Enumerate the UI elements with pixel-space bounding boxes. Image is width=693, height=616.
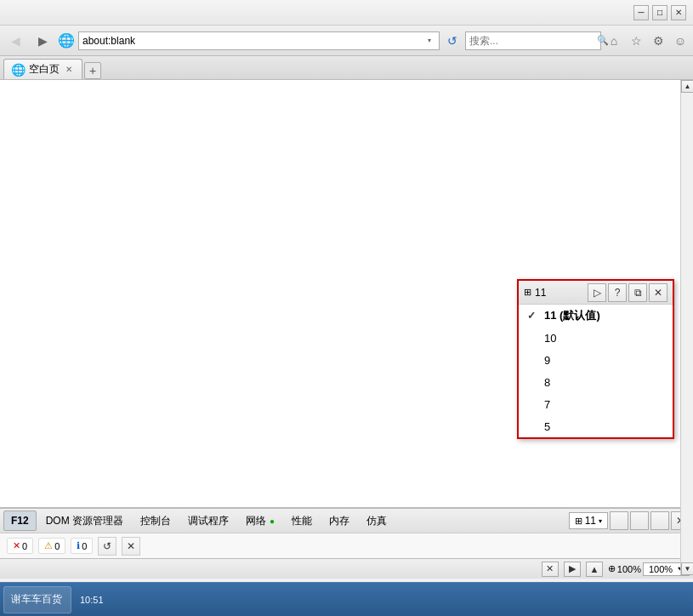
address-dropdown-icon[interactable]: ▾ — [423, 32, 435, 49]
font-size-dropdown: ⊞ 11 ▷ ? ⧉ ✕ ✓11 (默认值)109875 — [517, 279, 674, 439]
dropdown-item-0[interactable]: ✓11 (默认值) — [519, 305, 673, 327]
devtools-network-label: 网络 — [246, 514, 266, 528]
warning-count: 0 — [54, 541, 60, 551]
refresh-button[interactable]: ↺ — [443, 31, 462, 50]
network-dot-icon: ● — [270, 516, 275, 526]
devtools-f12-tab[interactable]: F12 — [3, 510, 37, 531]
devtools-dock-button[interactable] — [650, 511, 669, 530]
devtools-dom-tab[interactable]: DOM 资源管理器 — [38, 510, 131, 533]
bottom-play-button[interactable]: ▶ — [564, 562, 581, 577]
zoom-value: 100% — [617, 564, 641, 574]
settings-button[interactable]: ⚙ — [649, 31, 667, 50]
dropdown-item-label-0: 11 (默认值) — [544, 308, 600, 323]
ie-logo-icon: 🌐 — [58, 32, 75, 49]
dropdown-item-3[interactable]: 8 — [519, 371, 673, 393]
taskbar: 谢车车百货 10:51 — [0, 582, 693, 616]
devtools-performance-tab[interactable]: 性能 — [284, 510, 320, 533]
dropdown-item-check-0: ✓ — [527, 310, 539, 322]
address-input[interactable] — [82, 35, 422, 47]
dropdown-header: ⊞ 11 ▷ ? ⧉ ✕ — [519, 281, 673, 305]
favorites-button[interactable]: ☆ — [627, 31, 645, 50]
dropdown-item-4[interactable]: 7 — [519, 393, 673, 415]
dropdown-item-2[interactable]: 9 — [519, 349, 673, 371]
dropdown-item-label-2: 9 — [544, 354, 550, 367]
console-clear-button[interactable]: ✕ — [122, 537, 140, 556]
search-input[interactable] — [469, 35, 597, 47]
dropdown-icon: ⊞ — [524, 287, 531, 298]
tab-1-label: 空白页 — [29, 62, 60, 77]
search-wrap: 🔍 — [465, 31, 601, 50]
warning-badge: ⚠ 0 — [38, 538, 65, 554]
bottom-status-bar: ✕ ▶ ▲ ⊕ 100% 100% 75% 125% 150% — [0, 558, 693, 579]
taskbar-time: 10:51 — [80, 595, 104, 605]
scroll-down-arrow[interactable]: ▼ — [681, 562, 693, 575]
toolbar-right: ⌂ ☆ ⚙ ☺ — [605, 31, 690, 50]
dropdown-help-btn[interactable]: ? — [608, 283, 627, 302]
dropdown-item-label-4: 7 — [544, 398, 550, 411]
devtools-network-tab[interactable]: 网络 ● — [238, 510, 282, 533]
tab-1[interactable]: 🌐 空白页 ✕ — [3, 59, 82, 79]
maximize-button[interactable]: □ — [652, 5, 667, 20]
console-refresh-button[interactable]: ↺ — [98, 537, 116, 556]
info-icon: ℹ — [77, 540, 80, 551]
feedback-button[interactable]: ☺ — [671, 31, 690, 50]
dropdown-close-btn[interactable]: ✕ — [649, 283, 667, 302]
info-count: 0 — [82, 541, 87, 551]
forward-button[interactable]: ▶ — [31, 30, 54, 52]
scroll-track[interactable] — [681, 93, 693, 562]
tab-1-close[interactable]: ✕ — [63, 64, 75, 76]
font-size-icon: ⊞ — [575, 516, 582, 527]
dropdown-dock-btn[interactable]: ⧉ — [628, 283, 647, 302]
scrollbar: ▲ ▼ — [680, 80, 693, 575]
dropdown-items: ✓11 (默认值)109875 — [519, 305, 673, 437]
bottom-stop-button[interactable]: ✕ — [542, 562, 559, 577]
title-bar: ─ □ ✕ — [0, 0, 693, 26]
window-close-button[interactable]: ✕ — [671, 5, 686, 20]
devtools-debugger-tab[interactable]: 调试程序 — [180, 510, 236, 533]
font-size-dropdown-icon: ▾ — [599, 517, 602, 525]
taskbar-item-label: 谢车车百货 — [11, 592, 62, 607]
taskbar-start[interactable]: 谢车车百货 — [3, 586, 71, 613]
warning-icon: ⚠ — [44, 540, 53, 551]
dropdown-run-btn[interactable]: ▷ — [588, 283, 606, 302]
info-badge: ℹ 0 — [71, 538, 93, 554]
dropdown-item-label-1: 10 — [544, 332, 556, 345]
dropdown-value: 11 — [535, 287, 546, 299]
dropdown-item-1[interactable]: 10 — [519, 327, 673, 349]
bottom-up-button[interactable]: ▲ — [586, 562, 603, 577]
zoom-icon: ⊕ — [608, 563, 616, 574]
error-icon: ✕ — [13, 540, 20, 551]
font-size-selector[interactable]: ⊞ 11 ▾ — [569, 512, 608, 529]
minimize-button[interactable]: ─ — [633, 5, 649, 20]
devtools-toolbar: F12 DOM 资源管理器 控制台 调试程序 网络 ● 性能 内存 仿真 ⊞ 1… — [0, 507, 693, 533]
devtools-right-controls: ⊞ 11 ▾ ✕ — [569, 511, 690, 530]
address-input-wrap: ▾ — [78, 31, 440, 50]
font-size-value: 11 — [585, 515, 596, 527]
home-button[interactable]: ⌂ — [605, 31, 623, 50]
devtools-emulation-tab[interactable]: 仿真 — [359, 510, 395, 533]
tab-bar: 🌐 空白页 ✕ + — [0, 56, 693, 80]
title-bar-controls: ─ □ ✕ — [633, 5, 686, 20]
error-badge: ✕ 0 — [7, 538, 33, 554]
devtools-run-button[interactable] — [610, 511, 628, 530]
zoom-display: ⊕ 100% 100% 75% 125% 150% — [608, 562, 690, 576]
console-bar: ✕ 0 ⚠ 0 ℹ 0 ↺ ✕ — [0, 533, 693, 558]
error-count: 0 — [22, 541, 27, 551]
tab-ie-icon: 🌐 — [11, 63, 26, 77]
dropdown-item-5[interactable]: 5 — [519, 415, 673, 437]
devtools-help-button[interactable] — [630, 511, 649, 530]
scroll-up-arrow[interactable]: ▲ — [681, 80, 693, 93]
back-button[interactable]: ◀ — [3, 30, 27, 52]
dropdown-item-label-5: 5 — [544, 420, 550, 433]
devtools-console-tab[interactable]: 控制台 — [133, 510, 179, 533]
dropdown-item-label-3: 8 — [544, 376, 550, 389]
devtools-memory-tab[interactable]: 内存 — [321, 510, 357, 533]
taskbar-tray: 10:51 — [80, 595, 104, 605]
new-tab-button[interactable]: + — [84, 62, 101, 79]
address-bar: ◀ ▶ 🌐 ▾ ↺ 🔍 ⌂ ☆ ⚙ ☺ — [0, 26, 693, 56]
